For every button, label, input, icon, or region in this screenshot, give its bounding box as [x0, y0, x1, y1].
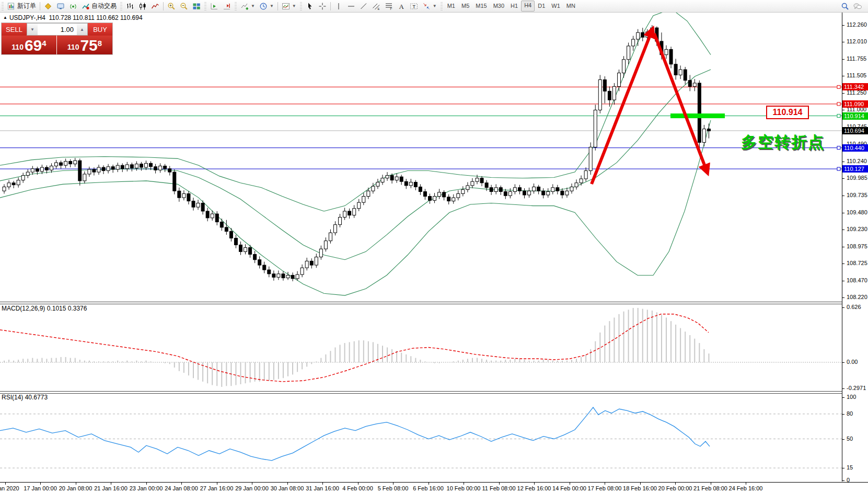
volume-increase-button[interactable]: ▲	[77, 24, 87, 35]
macd-tick-label: 0.00	[847, 359, 858, 365]
line-chart-button[interactable]	[149, 1, 161, 12]
main-chart-canvas[interactable]	[0, 12, 842, 302]
time-tick-label: 6 Feb 16:00	[413, 485, 444, 491]
time-tick	[605, 483, 605, 485]
toolbar-separator	[330, 2, 331, 10]
toolbar-separator	[277, 2, 278, 10]
timeframe-d1-button[interactable]: D1	[535, 1, 548, 11]
auto-scroll-button[interactable]	[208, 1, 221, 12]
price-level-badge: 110.914	[842, 112, 868, 120]
timeframe-w1-button[interactable]: W1	[548, 1, 563, 11]
macd-canvas[interactable]	[0, 303, 842, 391]
rsi-tick-label: 15	[847, 464, 853, 471]
timeframe-m30-button[interactable]: M30	[490, 1, 507, 11]
zoom-in-button[interactable]	[165, 1, 178, 12]
timeframe-mn-button[interactable]: MN	[563, 1, 578, 11]
vertical-line-icon	[334, 2, 343, 10]
timeframe-m15-button[interactable]: M15	[472, 1, 490, 11]
tile-windows-icon	[192, 2, 201, 10]
search-icon	[841, 2, 849, 10]
pane-separator-macd-rsi[interactable]	[0, 391, 868, 394]
signals-icon	[69, 2, 77, 10]
sell-button[interactable]: SELL	[2, 23, 27, 36]
autotrading-button-label: 自动交易	[91, 2, 117, 10]
sell-price[interactable]: 110 69 4	[2, 36, 56, 54]
buy-price-prefix: 110	[67, 41, 79, 53]
cursor-tool-button[interactable]	[304, 1, 316, 12]
axis-tick	[842, 480, 844, 481]
time-tick	[111, 483, 111, 485]
svg-text:A: A	[399, 2, 404, 10]
time-tick	[40, 483, 41, 485]
timeframe-h1-button[interactable]: H1	[507, 1, 521, 11]
tile-windows-button[interactable]	[190, 1, 203, 12]
fibonacci-tool[interactable]: F	[383, 1, 395, 12]
auto-scroll-icon	[210, 2, 218, 10]
toolbar-drag-handle[interactable]	[204, 2, 206, 10]
buy-button[interactable]: BUY	[88, 23, 112, 36]
buy-price[interactable]: 110 75 8	[56, 36, 112, 54]
time-tick-label: 17 Jan 00:00	[24, 485, 57, 491]
new-order-button[interactable]: 新订单	[5, 1, 38, 12]
toolbar-drag-handle[interactable]	[300, 2, 302, 10]
price-callout-box[interactable]: 110.914	[766, 106, 809, 119]
sell-price-sup: 4	[42, 39, 46, 47]
volume-decrease-button[interactable]: ▼	[27, 24, 38, 35]
chevron-down-icon: ▼	[251, 4, 255, 8]
rsi-canvas[interactable]	[0, 393, 842, 481]
axis-tick	[842, 162, 844, 162]
pane-separator-main-macd[interactable]	[0, 302, 868, 304]
label-tool[interactable]: T	[408, 1, 420, 12]
zoom-out-button[interactable]	[178, 1, 190, 12]
axis-tick	[842, 110, 844, 110]
vertical-line-tool[interactable]	[332, 1, 345, 12]
toolbar-drag-handle[interactable]	[235, 2, 237, 10]
community-button[interactable]	[54, 1, 67, 12]
new-order-icon	[7, 2, 16, 10]
autotrading-button[interactable]: 自动交易	[79, 1, 119, 12]
price-tick-label: 109.735	[847, 192, 867, 198]
new-chart-icon	[240, 2, 249, 10]
signals-button[interactable]	[67, 1, 79, 12]
chevron-down-icon: ▼	[292, 4, 296, 8]
crosshair-tool-button[interactable]	[316, 1, 329, 12]
axis-tick	[842, 247, 844, 247]
chat-icon	[853, 2, 862, 10]
candlestick-chart-button[interactable]	[136, 1, 149, 12]
price-tick-label: 109.480	[847, 209, 867, 215]
arrows-tool[interactable]: ▼	[420, 1, 439, 12]
line-chart-icon	[151, 2, 159, 10]
chart-shift-button[interactable]	[221, 1, 233, 12]
toolbar-drag-handle[interactable]	[441, 2, 443, 10]
timeframe-m5-button[interactable]: M5	[458, 1, 472, 11]
text-tool[interactable]: A	[395, 1, 408, 12]
cn-annotation[interactable]: 多空转折点	[741, 132, 825, 153]
price-axis[interactable]: 112.260112.010111.755111.505111.250111.0…	[842, 12, 868, 481]
profiles-button[interactable]: ▼	[257, 1, 276, 12]
zoom-in-icon	[167, 2, 176, 10]
trendline-tool[interactable]	[357, 1, 370, 12]
volume-field[interactable]: 1.00	[38, 24, 77, 35]
time-tick-label: 31 Jan 16:00	[306, 485, 339, 491]
toolbar-drag-handle[interactable]	[120, 2, 122, 10]
time-tick-label: 10 Feb 00:00	[447, 485, 481, 491]
indicators-button[interactable]: ▼	[280, 1, 298, 12]
toolbar-drag-handle[interactable]	[2, 2, 4, 10]
time-tick-label: 27 Jan 16:00	[200, 485, 234, 491]
axis-tick	[842, 468, 844, 468]
time-tick-label: 14 Feb 00:00	[552, 485, 586, 491]
timeframe-h4-button[interactable]: H4	[521, 1, 535, 12]
search-button[interactable]	[839, 1, 851, 12]
bar-chart-button[interactable]	[124, 1, 136, 12]
horizontal-line-tool[interactable]	[345, 1, 357, 12]
arrows-icon	[422, 2, 431, 10]
new-chart-button[interactable]: ▼	[238, 1, 257, 12]
timeframe-m1-button[interactable]: M1	[444, 1, 458, 11]
chat-button[interactable]	[851, 1, 864, 12]
time-tick	[570, 483, 570, 485]
gold-icon	[44, 2, 52, 10]
gold-button[interactable]	[42, 1, 54, 12]
time-axis[interactable]: 5 Jan 202017 Jan 00:0020 Jan 08:0021 Jan…	[0, 482, 868, 493]
channel-tool[interactable]: E	[370, 1, 383, 12]
time-tick-label: 30 Jan 08:00	[271, 485, 304, 491]
